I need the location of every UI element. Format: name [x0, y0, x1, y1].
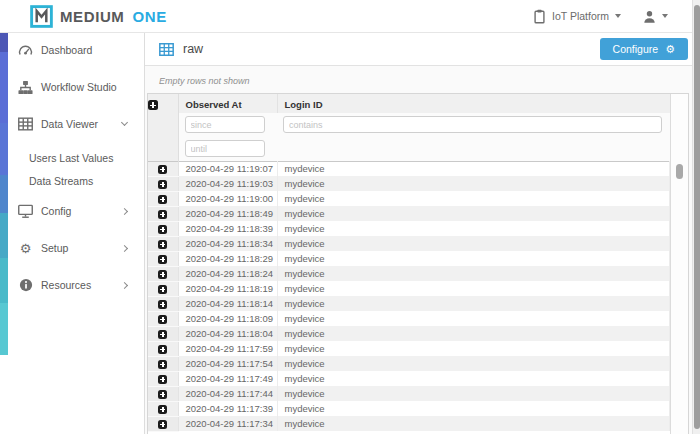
sidebar-subitem-label: Users Last Values — [29, 152, 113, 164]
expand-cell — [148, 236, 178, 251]
expand-all-button[interactable] — [148, 100, 158, 110]
login-id-cell: mydevice — [277, 341, 670, 356]
configure-button[interactable]: Configure ⚙ — [600, 38, 688, 60]
expand-row-button[interactable] — [158, 285, 167, 294]
observed-at-cell: 2020-04-29 11:18:04 — [178, 326, 277, 341]
info-icon — [18, 277, 33, 293]
main-content: raw Configure ⚙ Empty rows not shown Obs… — [145, 33, 700, 434]
expand-row-button[interactable] — [158, 165, 167, 174]
sidebar-item-data-viewer[interactable]: Data Viewer — [0, 109, 144, 139]
expand-row-button[interactable] — [158, 420, 167, 429]
observed-at-cell: 2020-04-29 11:18:29 — [178, 251, 277, 266]
expand-cell — [148, 161, 178, 176]
since-filter-input[interactable] — [185, 116, 265, 133]
expand-row-button[interactable] — [158, 360, 167, 369]
table-icon — [18, 116, 33, 132]
platform-menu[interactable]: IoT Platform — [533, 9, 621, 24]
expand-row-button[interactable] — [158, 405, 167, 414]
table-row: 2020-04-29 11:18:04 mydevice — [148, 326, 670, 341]
expand-row-button[interactable] — [158, 180, 167, 189]
observed-at-cell: 2020-04-29 11:19:00 — [178, 191, 277, 206]
expand-row-button[interactable] — [158, 390, 167, 399]
page-scrollbar-thumb[interactable] — [694, 5, 700, 429]
configure-button-label: Configure — [613, 43, 659, 55]
expand-cell — [148, 341, 178, 356]
expand-row-button[interactable] — [158, 255, 167, 264]
table-row: 2020-04-29 11:19:07 mydevice — [148, 161, 670, 176]
sidebar-item-resources[interactable]: Resources — [0, 270, 144, 300]
table-row: 2020-04-29 11:17:44 mydevice — [148, 386, 670, 401]
expand-row-button[interactable] — [158, 300, 167, 309]
table-scrollbar-thumb[interactable] — [676, 164, 683, 179]
expand-all-header — [148, 94, 178, 161]
table-row: 2020-04-29 11:19:00 mydevice — [148, 191, 670, 206]
chevron-right-icon — [121, 281, 128, 288]
table-scrollbar[interactable] — [670, 94, 688, 434]
expand-cell — [148, 401, 178, 416]
table-row: 2020-04-29 11:17:54 mydevice — [148, 356, 670, 371]
expand-row-button[interactable] — [158, 330, 167, 339]
expand-cell — [148, 296, 178, 311]
login-id-cell: mydevice — [277, 266, 670, 281]
observed-at-cell: 2020-04-29 11:17:49 — [178, 371, 277, 386]
table-row: 2020-04-29 11:18:39 mydevice — [148, 221, 670, 236]
observed-at-cell: 2020-04-29 11:17:34 — [178, 416, 277, 431]
expand-cell — [148, 326, 178, 341]
sidebar-subitem-users-last-values[interactable]: Users Last Values — [0, 146, 144, 169]
login-id-cell: mydevice — [277, 221, 670, 236]
observed-at-cell: 2020-04-29 11:18:24 — [178, 266, 277, 281]
sidebar-item-label: Data Viewer — [41, 118, 98, 130]
brand-logo[interactable]: MEDIUM ONE — [30, 5, 167, 28]
expand-cell — [148, 281, 178, 296]
expand-row-button[interactable] — [158, 240, 167, 249]
gauge-icon — [18, 42, 33, 58]
column-header-login-id[interactable]: Login ID — [277, 94, 670, 113]
table-row: 2020-04-29 11:18:19 mydevice — [148, 281, 670, 296]
until-filter-input[interactable] — [185, 140, 265, 157]
expand-row-button[interactable] — [158, 195, 167, 204]
table-row: 2020-04-29 11:17:59 mydevice — [148, 341, 670, 356]
expand-row-button[interactable] — [158, 270, 167, 279]
platform-label: IoT Platform — [552, 10, 609, 22]
sidebar-subitem-data-streams[interactable]: Data Streams — [0, 169, 144, 192]
login-id-cell: mydevice — [277, 236, 670, 251]
expand-cell — [148, 356, 178, 371]
expand-row-button[interactable] — [158, 315, 167, 324]
contains-filter-input[interactable] — [283, 116, 662, 133]
page-scrollbar[interactable] — [692, 0, 700, 434]
expand-row-button[interactable] — [158, 210, 167, 219]
login-id-cell: mydevice — [277, 296, 670, 311]
sidebar-item-setup[interactable]: ⚙ Setup — [0, 233, 144, 263]
table-row: 2020-04-29 11:18:49 mydevice — [148, 206, 670, 221]
sidebar-item-label: Dashboard — [41, 44, 92, 56]
sidebar: Dashboard Workflow Studio — [0, 33, 145, 434]
expand-row-button[interactable] — [158, 375, 167, 384]
desktop-icon — [18, 203, 33, 219]
expand-row-button[interactable] — [158, 345, 167, 354]
sidebar-item-label: Resources — [41, 279, 91, 291]
login-id-cell: mydevice — [277, 311, 670, 326]
page-title: raw — [183, 42, 203, 56]
chevron-down-icon — [615, 14, 621, 18]
sidebar-item-dashboard[interactable]: Dashboard — [0, 35, 144, 65]
table-row: 2020-04-29 11:18:09 mydevice — [148, 311, 670, 326]
data-table: Observed At Login ID — [147, 93, 689, 434]
sidebar-item-config[interactable]: Config — [0, 196, 144, 226]
observed-at-cell: 2020-04-29 11:19:03 — [178, 176, 277, 191]
user-icon — [643, 10, 656, 23]
user-menu[interactable] — [643, 10, 668, 23]
expand-cell — [148, 251, 178, 266]
expand-row-button[interactable] — [158, 225, 167, 234]
observed-at-cell: 2020-04-29 11:17:59 — [178, 341, 277, 356]
login-id-cell: mydevice — [277, 371, 670, 386]
login-id-cell: mydevice — [277, 401, 670, 416]
filter-cell-since — [178, 113, 277, 137]
login-id-cell: mydevice — [277, 356, 670, 371]
expand-cell — [148, 221, 178, 236]
brand-m-icon — [30, 5, 53, 28]
expand-cell — [148, 266, 178, 281]
observed-at-cell: 2020-04-29 11:18:14 — [178, 296, 277, 311]
sidebar-item-workflow-studio[interactable]: Workflow Studio — [0, 72, 144, 102]
column-header-observed-at[interactable]: Observed At — [178, 94, 277, 113]
login-id-cell: mydevice — [277, 191, 670, 206]
